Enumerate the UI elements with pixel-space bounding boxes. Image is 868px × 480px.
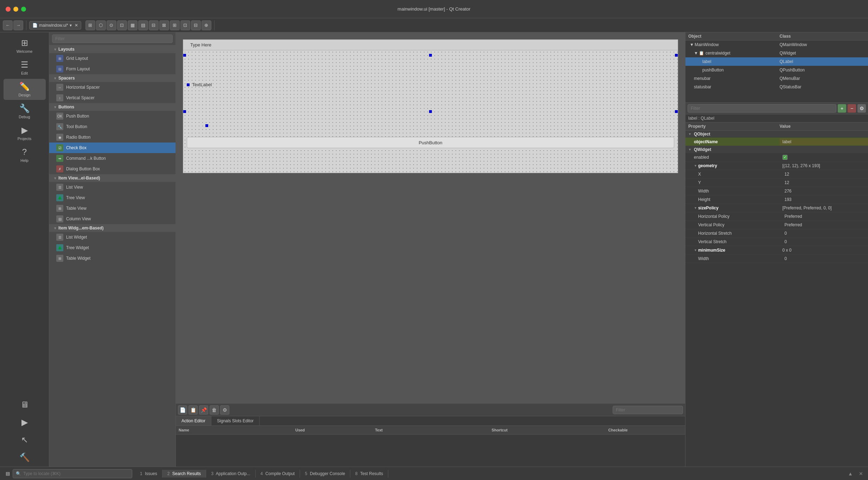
category-item-widgets[interactable]: ▼ Item Widg...em-Based)	[49, 224, 175, 232]
prop-row-height[interactable]: Height 193	[685, 195, 868, 204]
ae-settings-btn[interactable]: ⚙	[220, 405, 229, 415]
handle-mr[interactable]	[675, 110, 678, 113]
widget-item-check-box[interactable]: ☑ Check Box	[49, 143, 175, 153]
obj-row-statusbar[interactable]: statusbar QStatusBar	[685, 83, 868, 91]
handle-tr[interactable]	[675, 54, 678, 57]
handle-tl[interactable]	[183, 54, 186, 57]
category-spacers[interactable]: ▼ Spacers	[49, 74, 175, 82]
text-label-widget[interactable]: TextLabel	[187, 82, 212, 87]
widget-item-list-view[interactable]: ☰ List View	[49, 182, 175, 192]
prop-row-hpolicy[interactable]: Horizontal Policy Preferred	[685, 212, 868, 221]
canvas-main[interactable]: Type Here TextLabel PushButton	[176, 32, 685, 403]
locate-bar[interactable]: 🔍	[13, 469, 132, 478]
sidebar-item-cursor[interactable]: ↖	[4, 432, 46, 449]
obj-row-centralwidget[interactable]: ▼ 📋 centralwidget QWidget	[685, 49, 868, 57]
sidebar-item-debug[interactable]: 🔧 Debug	[4, 101, 46, 122]
widget-item-list-widget[interactable]: ☰ List Widget	[49, 232, 175, 242]
ae-paste-btn[interactable]: 📌	[199, 405, 208, 415]
form-canvas[interactable]: Type Here TextLabel PushButton	[183, 39, 678, 173]
tab-action-editor[interactable]: Action Editor	[176, 416, 211, 425]
sidebar-item-projects[interactable]: ▶ Projects	[4, 122, 46, 144]
tool-1[interactable]: ⊞	[85, 20, 95, 30]
widget-item-tree-view[interactable]: 🌲 Tree View	[49, 192, 175, 203]
minimize-button[interactable]	[13, 7, 18, 12]
sidebar-item-design[interactable]: ✏️ Design	[4, 79, 46, 100]
file-name-tab[interactable]: 📄 mainwindow.ui* ▾ ✕	[29, 21, 81, 30]
forward-button[interactable]: →	[13, 20, 23, 30]
status-tab-appoutput[interactable]: 3 Application Outp...	[206, 470, 255, 478]
close-button[interactable]	[6, 7, 11, 12]
prop-row-vpolicy[interactable]: Vertical Policy Preferred	[685, 221, 868, 229]
tool-7[interactable]: ⊟	[149, 20, 159, 30]
widget-item-grid-layout[interactable]: ⊞ Grid Layout	[49, 53, 175, 64]
status-tab-compile[interactable]: 4 Compile Output	[256, 470, 300, 478]
back-button[interactable]: ←	[3, 20, 13, 30]
status-close-btn[interactable]: ✕	[857, 469, 865, 478]
prop-row-sizepolicy[interactable]: ▼sizePolicy [Preferred, Preferred, 0, 0]	[685, 204, 868, 212]
widget-item-form-layout[interactable]: ⊟ Form Layout	[49, 64, 175, 74]
ae-new-btn[interactable]: 📄	[178, 405, 187, 415]
obj-row-menubar[interactable]: menubar QMenuBar	[685, 74, 868, 83]
sidebar-item-welcome[interactable]: ⊞ Welcome	[4, 35, 46, 56]
prop-filter-input[interactable]	[688, 104, 836, 113]
sidebar-item-play[interactable]: ▶	[4, 415, 46, 431]
prop-row-y[interactable]: Y 12	[685, 178, 868, 187]
prop-row-minwidth[interactable]: Width 0	[685, 254, 868, 263]
tab-signals-slots[interactable]: Signals Slots Editor	[211, 416, 260, 425]
ae-copy-btn[interactable]: 📋	[189, 405, 198, 415]
widget-item-dialog-button-box[interactable]: ✗ Dialog Button Box	[49, 164, 175, 174]
sidebar-item-help[interactable]: ? Help	[4, 144, 46, 165]
tool-6[interactable]: ▤	[138, 20, 148, 30]
sidebar-item-edit[interactable]: ☰ Edit	[4, 57, 46, 78]
widget-item-command-button[interactable]: ➡ Command ...k Button	[49, 153, 175, 164]
widget-item-tool-button[interactable]: 🔧 Tool Button	[49, 121, 175, 132]
enabled-checkbox[interactable]: ✓	[783, 155, 787, 160]
prop-row-vstretch[interactable]: Vertical Stretch 0	[685, 238, 868, 246]
prop-row-hstretch[interactable]: Horizontal Stretch 0	[685, 229, 868, 238]
handle-mc[interactable]	[429, 110, 432, 113]
tool-5[interactable]: ▦	[128, 20, 138, 30]
canvas-menu-bar[interactable]: Type Here	[183, 40, 678, 50]
tool-8[interactable]: ⊠	[159, 20, 169, 30]
prop-remove-btn[interactable]: −	[848, 104, 856, 113]
ae-filter-input[interactable]	[613, 406, 683, 414]
close-file-icon[interactable]: ✕	[75, 23, 78, 28]
tool-2[interactable]: ⬡	[96, 20, 106, 30]
category-layouts[interactable]: ▼ Layouts	[49, 45, 175, 53]
tool-9[interactable]: ⊞	[170, 20, 180, 30]
canvas-menu-type-here[interactable]: Type Here	[186, 41, 216, 49]
label-handle-l[interactable]	[187, 83, 190, 86]
widget-item-vertical-spacer[interactable]: ↕ Vertical Spacer	[49, 93, 175, 103]
status-tab-search[interactable]: 2 Search Results	[162, 470, 206, 478]
widget-item-push-button[interactable]: OK Push Button	[49, 111, 175, 121]
tool-12[interactable]: ⊕	[202, 20, 211, 30]
prop-settings-btn[interactable]: ⚙	[857, 104, 866, 113]
status-toggle-btn[interactable]: ▤	[3, 469, 13, 479]
prop-row-minimumsize[interactable]: ▼minimumSize 0 x 0	[685, 246, 868, 254]
status-up-btn[interactable]: ▲	[846, 469, 855, 478]
sidebar-item-monitor[interactable]: 🖥	[4, 397, 46, 414]
obj-row-pushbutton[interactable]: pushButton QPushButton	[685, 66, 868, 74]
widget-item-tree-widget[interactable]: 🌲 Tree Widget	[49, 242, 175, 253]
obj-row-mainwindow[interactable]: ▼ MainWindow QMainWindow	[685, 40, 868, 49]
prop-row-enabled[interactable]: enabled ✓	[685, 153, 868, 162]
tool-4[interactable]: ⊡	[117, 20, 127, 30]
ae-delete-btn[interactable]: 🗑	[210, 405, 219, 415]
prop-row-geometry[interactable]: ▼geometry [(12, 12), 276 x 193]	[685, 162, 868, 170]
status-tab-debugger[interactable]: 5 Debugger Console	[300, 470, 350, 478]
sidebar-item-wrench[interactable]: 🔨	[4, 450, 46, 467]
prop-row-objectname[interactable]: objectName label	[685, 138, 868, 146]
label-handle-r[interactable]	[205, 124, 208, 127]
widget-item-column-view[interactable]: ▤ Column View	[49, 214, 175, 224]
widget-item-table-widget[interactable]: ⊞ Table Widget	[49, 253, 175, 264]
handle-ml[interactable]	[183, 110, 186, 113]
tool-3[interactable]: ⊙	[107, 20, 116, 30]
category-item-views[interactable]: ▼ Item View...el-Based)	[49, 174, 175, 182]
push-button-widget[interactable]: PushButton	[187, 137, 674, 148]
maximize-button[interactable]	[21, 7, 26, 12]
prop-add-btn[interactable]: +	[838, 104, 846, 113]
status-tab-issues[interactable]: 1 Issues	[135, 470, 162, 478]
status-tab-test[interactable]: 8 Test Results	[350, 470, 388, 478]
category-buttons[interactable]: ▼ Buttons	[49, 103, 175, 111]
obj-row-label[interactable]: label QLabel	[685, 57, 868, 66]
